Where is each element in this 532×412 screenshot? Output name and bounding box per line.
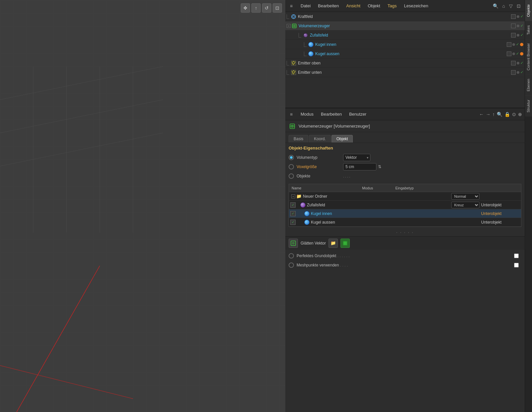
zufallsfeld-mode-wrapper: Kreuz Normal Addition xyxy=(451,202,479,208)
zufallsfeld-mode-select[interactable]: Kreuz Normal Addition xyxy=(451,202,479,208)
frame-button[interactable]: ⊡ xyxy=(273,3,282,13)
side-tab-ebenen[interactable]: Ebenen xyxy=(525,74,532,95)
svg-point-25 xyxy=(295,61,296,62)
tab-basis[interactable]: Basis xyxy=(289,135,308,143)
expand-neuer-ordner[interactable]: − xyxy=(291,194,295,198)
emitter-unten-checkbox[interactable] xyxy=(511,70,516,75)
zufallsfeld-checkbox[interactable] xyxy=(511,33,516,38)
emitter-unten-green: ✓ xyxy=(520,70,523,74)
objects-table: Name Modus Eingabetyp − 📁 Neuer Ordner N… xyxy=(289,184,521,227)
kugel-aussen-orange-dot xyxy=(520,52,523,55)
tab-objekt[interactable]: Objekt xyxy=(332,135,353,143)
up-icon[interactable]: ↑ xyxy=(492,112,495,117)
voxelgroesse-spinner[interactable]: ⇅ xyxy=(378,164,381,169)
neuer-ordner-name-cell: 📁 Neuer Ordner xyxy=(296,194,451,199)
menu-objekt[interactable]: Objekt xyxy=(364,2,384,10)
kraftfeld-checkbox[interactable] xyxy=(511,14,516,19)
meshpunkte-radio[interactable] xyxy=(289,262,294,268)
perfektes-checkbox[interactable] xyxy=(514,254,519,258)
object-row-kugel-aussen[interactable]: Kugel aussen ✓ xyxy=(285,49,525,58)
prop-row-voxelgroesse: Voxelgröße ⇅ xyxy=(289,162,521,171)
forward-icon[interactable]: → xyxy=(486,112,490,117)
volumentyp-select[interactable]: Vektor Skalar Vektorfeld xyxy=(343,154,370,161)
lock-icon[interactable]: 🔒 xyxy=(504,112,510,117)
col-mode-header: Modus xyxy=(362,186,395,190)
search-icon[interactable]: 🔍 xyxy=(491,3,500,9)
expand-volumenerzeuger[interactable]: − xyxy=(287,24,291,28)
object-row-emitter-unten[interactable]: Emitter unten ✓ xyxy=(285,68,525,77)
side-tab-content-browser[interactable]: Content Browser xyxy=(525,39,532,74)
emitter-oben-label: Emitter oben xyxy=(298,61,511,65)
volumenerzeuger-dot xyxy=(517,25,519,27)
kugel-innen-obj-checkbox[interactable] xyxy=(290,211,296,216)
kraftfeld-checks: ✓ xyxy=(511,14,523,19)
side-tab-objekte[interactable]: Objekte xyxy=(525,0,532,21)
volumenerzeuger-checkbox[interactable] xyxy=(511,24,516,28)
tree-line-emitter-unten xyxy=(287,70,289,75)
home-icon[interactable]: ⌂ xyxy=(501,3,506,9)
back-icon[interactable]: ← xyxy=(479,112,484,117)
attr-menu-icon[interactable]: ≡ xyxy=(288,111,295,118)
menu-ansicht[interactable]: Ansicht xyxy=(343,2,364,10)
menu-tags[interactable]: Tags xyxy=(384,2,400,10)
filter-icon[interactable]: ▽ xyxy=(508,3,514,9)
viewport[interactable]: ✥ ↑ ↺ ⊡ xyxy=(0,0,285,412)
attr-menu-bearbeiten[interactable]: Bearbeiten xyxy=(318,110,345,118)
rotate-button[interactable]: ↺ xyxy=(262,3,271,13)
menu-datei[interactable]: Datei xyxy=(297,2,314,10)
attr-menu-modus[interactable]: Modus xyxy=(297,110,317,118)
object-row-emitter-oben[interactable]: Emitter oben ✓ xyxy=(285,58,525,68)
menu-right-icons: 🔍 ⌂ ▽ ⊡ xyxy=(491,3,522,9)
volumenerzeuger-green: ✓ xyxy=(520,24,523,28)
side-tab-struktur[interactable]: Struktur xyxy=(525,95,532,117)
svg-point-39 xyxy=(292,242,295,245)
objekte-dots: . . . . xyxy=(343,174,350,178)
kugel-innen-checkbox[interactable] xyxy=(507,42,511,47)
objekte-radio[interactable] xyxy=(289,173,294,179)
table-row-kugel-aussen[interactable]: Kugel aussen Unterobjekt xyxy=(289,218,521,227)
green-button[interactable] xyxy=(340,239,350,248)
add-icon[interactable]: ⊕ xyxy=(518,112,522,117)
target-icon[interactable]: ⊙ xyxy=(512,112,516,117)
menu-hamburger-icon[interactable]: ≡ xyxy=(288,3,295,9)
neuer-ordner-mode-wrapper: Normal Addition Subtraktion xyxy=(451,193,479,200)
attr-menu-benutzer[interactable]: Benutzer xyxy=(346,110,370,118)
side-tab-takes[interactable]: Takes xyxy=(525,21,532,39)
perfektes-radio[interactable] xyxy=(289,253,294,258)
meshpunkte-checkbox[interactable] xyxy=(514,263,519,267)
zufallsfeld-obj-checkbox[interactable] xyxy=(290,202,296,208)
svg-point-30 xyxy=(292,71,293,72)
up-button[interactable]: ↑ xyxy=(251,3,261,13)
table-row-zufallsfeld[interactable]: Zufallsfeld Kreuz Normal Addition Untero… xyxy=(289,201,521,209)
emitter-oben-checkbox[interactable] xyxy=(511,61,516,65)
volumentyp-radio[interactable] xyxy=(289,155,294,160)
attr-search-icon[interactable]: 🔍 xyxy=(497,112,502,117)
tab-koord[interactable]: Koord. xyxy=(309,135,331,143)
zufallsfeld-dot xyxy=(517,34,519,37)
layout-icon[interactable]: ⊡ xyxy=(515,3,522,9)
kugel-aussen-obj-checkbox[interactable] xyxy=(290,220,296,225)
menu-bearbeiten[interactable]: Bearbeiten xyxy=(315,2,342,10)
emitter-unten-label: Emitter unten xyxy=(298,70,511,75)
move-tool-button[interactable]: ✥ xyxy=(241,3,250,13)
folder-button[interactable]: 📁 xyxy=(329,239,338,248)
svg-point-21 xyxy=(304,34,306,35)
zufallsfeld-icon xyxy=(303,32,309,38)
table-row-kugel-innen[interactable]: Kugel innen Unterobjekt xyxy=(289,209,521,218)
object-row-kugel-innen[interactable]: Kugel innen ✓ xyxy=(285,40,525,49)
tree-line-kugel-innen xyxy=(304,42,307,47)
svg-point-31 xyxy=(293,70,294,71)
object-row-kraftfeld[interactable]: Kraftfeld ✓ xyxy=(285,12,525,21)
kugel-aussen-checkbox[interactable] xyxy=(507,52,511,56)
kugel-innen-checks: ✓ xyxy=(507,42,523,47)
object-row-zufallsfeld[interactable]: Zufallsfeld ✓ xyxy=(285,31,525,40)
kraftfeld-dot xyxy=(517,15,519,18)
zufallsfeld-obj-mode-cell: Kreuz Normal Addition xyxy=(451,202,481,208)
kraftfeld-green: ✓ xyxy=(520,14,523,19)
neuer-ordner-mode-select[interactable]: Normal Addition Subtraktion xyxy=(451,193,479,200)
voxelgroesse-input[interactable] xyxy=(343,163,376,170)
voxelgroesse-radio[interactable] xyxy=(289,164,294,169)
table-row-neuer-ordner[interactable]: − 📁 Neuer Ordner Normal Addition Subtrak… xyxy=(289,192,521,201)
object-row-volumenerzeuger[interactable]: − Volumenerzeuger ✓ xyxy=(285,21,525,31)
menu-lesezeichen[interactable]: Lesezeichen xyxy=(401,2,432,10)
